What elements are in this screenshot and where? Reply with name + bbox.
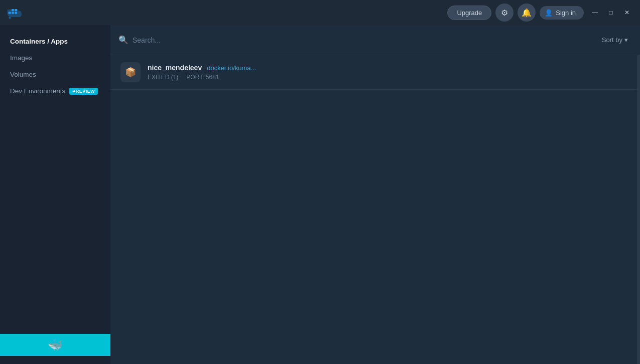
preview-badge: PREVIEW	[69, 88, 98, 95]
sidebar-bottom: 🐳	[0, 334, 110, 356]
container-name-row: nice_mendeleev docker.io/kuma...	[148, 64, 256, 72]
sidebar-item-images-label: Images	[10, 54, 32, 62]
svg-point-5	[9, 17, 11, 19]
container-info: nice_mendeleev docker.io/kuma... EXITED …	[148, 64, 256, 81]
titlebar-left	[6, 6, 24, 20]
user-icon: 👤	[545, 9, 553, 17]
docker-logo	[6, 6, 24, 20]
content-area: 🔍 Sort by ▾ 📦 nice_mendeleev docker.io/k…	[110, 25, 640, 364]
container-list: 📦 nice_mendeleev docker.io/kuma... EXITE…	[110, 55, 640, 364]
notification-button[interactable]: 🔔	[518, 4, 536, 22]
window-controls: — □ ✕	[588, 6, 634, 20]
scrollbar-track[interactable]	[637, 55, 640, 364]
container-port: PORT: 5681	[186, 74, 219, 81]
sort-by-button[interactable]: Sort by ▾	[598, 34, 632, 46]
docker-logo-icon	[6, 6, 24, 20]
maximize-button[interactable]: □	[604, 6, 618, 20]
container-link[interactable]: docker.io/kuma...	[207, 64, 256, 72]
bell-icon: 🔔	[522, 8, 532, 18]
docker-bottom-icon: 🐳	[48, 338, 63, 352]
sidebar-item-images[interactable]: Images	[0, 50, 110, 66]
sidebar-item-dev-environments[interactable]: Dev Environments PREVIEW	[0, 83, 110, 99]
box-icon: 📦	[125, 67, 136, 78]
container-icon: 📦	[120, 62, 141, 82]
sidebar-item-containers[interactable]: Containers / Apps	[0, 33, 110, 50]
chevron-down-icon: ▾	[624, 36, 628, 44]
search-input[interactable]	[133, 36, 594, 44]
search-icon: 🔍	[118, 35, 129, 45]
sidebar-item-volumes[interactable]: Volumes	[0, 66, 110, 83]
main-layout: Containers / Apps Images Volumes Dev Env…	[0, 25, 640, 364]
sidebar-item-dev-environments-label: Dev Environments	[10, 87, 65, 95]
close-button[interactable]: ✕	[620, 6, 634, 20]
signin-button[interactable]: 👤 Sign in	[540, 6, 584, 20]
upgrade-button[interactable]: Upgrade	[447, 6, 491, 20]
sidebar-nav: Containers / Apps Images Volumes Dev Env…	[0, 33, 110, 334]
container-name: nice_mendeleev	[148, 64, 202, 72]
search-bar: 🔍 Sort by ▾	[110, 25, 640, 55]
titlebar: Upgrade ⚙ 🔔 👤 Sign in — □ ✕	[0, 0, 640, 25]
minimize-button[interactable]: —	[588, 6, 602, 20]
gear-icon: ⚙	[501, 8, 508, 18]
container-meta: EXITED (1) PORT: 5681	[148, 74, 256, 81]
sidebar-item-volumes-label: Volumes	[10, 71, 36, 78]
table-row[interactable]: 📦 nice_mendeleev docker.io/kuma... EXITE…	[110, 55, 640, 90]
settings-button[interactable]: ⚙	[495, 4, 514, 22]
sidebar-item-containers-label: Containers / Apps	[10, 38, 68, 45]
titlebar-controls: Upgrade ⚙ 🔔 👤 Sign in — □ ✕	[447, 4, 634, 22]
sidebar: Containers / Apps Images Volumes Dev Env…	[0, 25, 110, 364]
signin-label: Sign in	[556, 9, 576, 17]
container-status: EXITED (1)	[148, 74, 178, 81]
search-left: 🔍	[118, 35, 594, 45]
sort-by-label: Sort by	[602, 36, 622, 44]
